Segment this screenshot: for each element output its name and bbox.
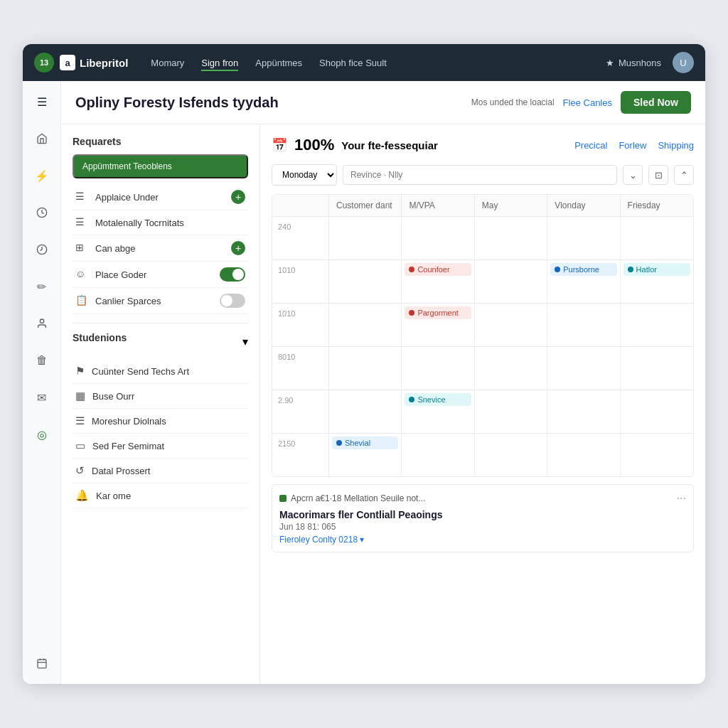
nav-link-signfron[interactable]: Sign fron xyxy=(201,55,238,71)
sidebar-icon-home[interactable] xyxy=(30,127,54,151)
cal-row-3: 8010 xyxy=(272,347,693,390)
studenions-section-header[interactable]: Studenions ▾ xyxy=(73,332,248,350)
sidebar-icon-calendar[interactable] xyxy=(30,651,54,675)
cal-tab-forlew[interactable]: Forlew xyxy=(619,139,646,152)
sub-item-4: ↺ Datal Prossert xyxy=(73,459,248,483)
filter-label-2: Can abge xyxy=(95,243,224,254)
sidebar-icon-lightning[interactable]: ⚡ xyxy=(30,164,54,188)
nav-link-shoph[interactable]: Shoph fice Suult xyxy=(319,55,387,71)
page-title: Opliny Foresty Isfends tyydah xyxy=(75,95,279,111)
cal-footer-title: Macorimars fler Contliall Peaoings xyxy=(279,509,686,520)
sidebar-icon-mail[interactable]: ✉ xyxy=(30,385,54,410)
active-filter-button[interactable]: Appümtment Teooblens xyxy=(73,154,248,178)
studenions-title: Studenions xyxy=(73,332,127,343)
cal-cell-3-0 xyxy=(329,347,402,390)
cal-footer-more-button[interactable]: ··· xyxy=(677,492,686,505)
filter-label-4: Canlier Sparces xyxy=(95,296,213,306)
cal-footer-note: Apcrn a€1·18 Mellation Seuile not... xyxy=(279,493,425,503)
cal-row-0: 240 xyxy=(272,217,693,260)
cal-event-hatlor[interactable]: Hatlor xyxy=(623,263,690,276)
cal-cell-4-1[interactable]: Snevice xyxy=(402,390,474,433)
cal-cell-0-4 xyxy=(621,217,693,259)
filter-label-1: Motalenally Tocrnitats xyxy=(95,218,245,228)
nav-link-momary[interactable]: Momary xyxy=(151,55,184,71)
sidebar-icon-clock1[interactable] xyxy=(30,200,54,225)
day-select[interactable]: Monoday xyxy=(272,164,337,186)
cal-search-input[interactable] xyxy=(343,165,617,185)
cal-footer-link[interactable]: Fieroley Conlty 0218 ▾ xyxy=(279,535,686,545)
cal-event-label-counfoer: Counfoer xyxy=(417,265,449,274)
sub-icon-5: 🔔 xyxy=(75,489,89,502)
cal-cell-4-4 xyxy=(621,390,693,433)
cal-cell-5-3 xyxy=(547,434,620,476)
sidebar-icon-pen[interactable]: ✏ xyxy=(30,274,54,299)
cal-time-3: 8010 xyxy=(272,347,329,390)
cal-footer: Apcrn a€1·18 Mellation Seuile not... ···… xyxy=(272,484,694,552)
content-area: ☰ ⚡ ✏ 🗑 ✉ ◎ xyxy=(23,81,705,684)
sled-now-button[interactable]: Sled Now xyxy=(621,91,691,114)
nav-logo: a Libepritol xyxy=(60,55,128,70)
svg-point-2 xyxy=(40,319,43,323)
sidebar-icon-user[interactable] xyxy=(30,311,54,336)
cal-event-label-pursborne: Pursborne xyxy=(563,265,599,274)
cal-row-2: 1010 Pargorment xyxy=(272,304,693,347)
nav-avatar[interactable]: U xyxy=(673,52,694,73)
header-actions: Mos unded the loacial Flee Canles Sled N… xyxy=(471,91,691,114)
cal-event-pargorment[interactable]: Pargorment xyxy=(405,306,471,319)
nav-star-item[interactable]: ★ Musnhons xyxy=(606,58,661,68)
col-header-4: Friesday xyxy=(621,195,693,216)
filter-label-0: Applaice Under xyxy=(95,192,224,203)
cal-event-shevial[interactable]: Shevial xyxy=(332,437,398,449)
cal-cell-5-0[interactable]: Shevial xyxy=(329,434,402,476)
cal-footer-row: Apcrn a€1·18 Mellation Seuile not... ··· xyxy=(279,492,686,505)
cal-btn-icon-2[interactable]: ⊡ xyxy=(648,165,668,185)
filter-toggle-4[interactable] xyxy=(220,294,245,308)
cal-cell-4-2 xyxy=(475,390,547,433)
cal-event-snevice[interactable]: Snevice xyxy=(405,393,471,406)
filter-add-0[interactable]: + xyxy=(231,190,245,204)
sub-item-2: ☰ Moreshur Diolnals xyxy=(73,409,248,434)
cal-cell-1-0 xyxy=(329,260,402,303)
cal-footer-note-text: Apcrn a€1·18 Mellation Seuile not... xyxy=(291,493,425,503)
nav-logo-text: Libepritol xyxy=(80,57,128,69)
cal-cell-5-1 xyxy=(402,434,474,476)
cal-cell-3-4 xyxy=(621,347,693,390)
cal-tab-precical[interactable]: Precical xyxy=(574,139,607,152)
chevron-down-icon: ▾ xyxy=(242,335,248,348)
sidebar-icon-trash[interactable]: 🗑 xyxy=(30,348,54,373)
cal-event-pursborne[interactable]: Pursborne xyxy=(550,263,616,276)
free-canles-button[interactable]: Flee Canles xyxy=(563,97,612,108)
cal-event-label-shevial: Shevial xyxy=(345,439,370,447)
nav-link-appuntmes[interactable]: Appüntmes xyxy=(255,55,302,71)
cal-cell-1-4[interactable]: Hatlor xyxy=(621,260,693,303)
cal-cell-2-2 xyxy=(475,304,547,346)
cal-event-dot-teal-4 xyxy=(409,397,414,402)
cal-cell-2-1[interactable]: Pargorment xyxy=(402,304,474,346)
cal-cell-0-0 xyxy=(329,217,402,259)
cal-event-counfoer[interactable]: Counfoer xyxy=(405,263,471,276)
cal-cell-1-1[interactable]: Counfoer xyxy=(402,260,474,303)
cal-percent: 100% xyxy=(294,136,334,154)
sub-label-2: Moreshur Diolnals xyxy=(92,416,166,427)
cal-title-row: 📅 100% Your fte-fessequiar xyxy=(272,136,438,154)
sub-label-4: Datal Prossert xyxy=(92,466,150,476)
star-icon: ★ xyxy=(606,58,614,68)
cal-cell-1-3[interactable]: Pursborne xyxy=(547,260,620,303)
filter-add-2[interactable]: + xyxy=(231,241,245,255)
sub-item-5: 🔔 Kar ome xyxy=(73,483,248,508)
filter-item-3: ☺ Place Goder xyxy=(73,262,248,288)
col-header-3: Vlonday xyxy=(547,195,620,216)
sub-label-3: Sed Fer Semimat xyxy=(92,441,164,451)
cal-btn-icon-3[interactable]: ⌃ xyxy=(674,165,694,185)
cal-tab-shipping[interactable]: Shipping xyxy=(658,139,694,152)
cal-cell-0-2 xyxy=(475,217,547,259)
col-header-1: M/VPA xyxy=(402,195,474,216)
filter-toggle-3[interactable] xyxy=(220,267,245,282)
sidebar-icon-circle[interactable]: ◎ xyxy=(30,422,54,446)
cal-tabs: Precical Forlew Shipping xyxy=(574,139,694,152)
sub-item-0: ⚑ Cuünter Send Techs Art xyxy=(73,359,248,384)
sidebar-icon-hamburger[interactable]: ☰ xyxy=(30,90,54,114)
sidebar-icon-clock2[interactable] xyxy=(30,237,54,262)
cal-cell-2-0 xyxy=(329,304,402,346)
cal-btn-icon-1[interactable]: ⌄ xyxy=(623,165,643,185)
